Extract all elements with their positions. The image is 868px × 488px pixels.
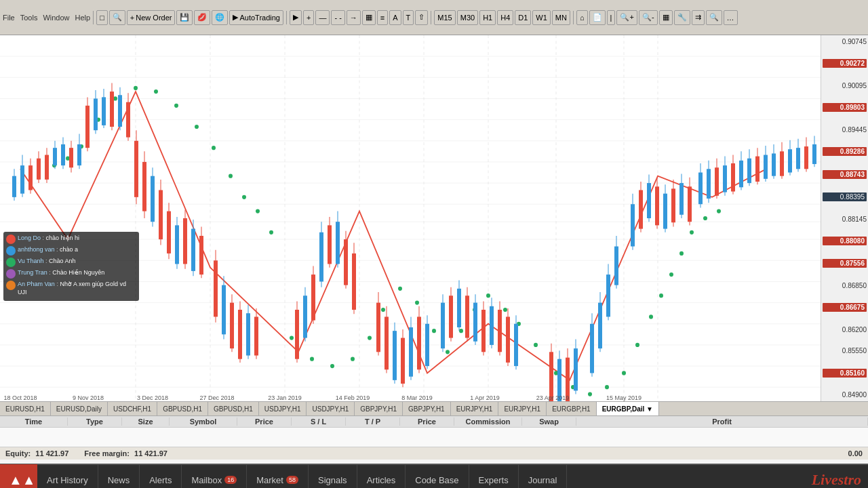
orders-empty — [0, 428, 868, 447]
sym-tab-gbpjpy-h1b[interactable]: GBPJPY,H1 — [403, 402, 451, 415]
chat-message: anhthong van : chào a — [6, 246, 136, 256]
search-button[interactable]: 🔍 — [706, 10, 722, 25]
col-size: Size — [122, 418, 170, 426]
sym-tab-gbpusd-h1b[interactable]: GBPUSD,H1 — [208, 402, 259, 415]
more-button[interactable]: … — [724, 10, 738, 25]
grid-tool[interactable]: ▦ — [362, 10, 376, 25]
sym-tab-usdjpy-h1[interactable]: USDJPY,H1 — [259, 402, 307, 415]
tab-signals[interactable]: Signals — [309, 465, 357, 488]
channel-tool[interactable]: ≡ — [377, 10, 388, 25]
tab-codebase[interactable]: Code Base — [406, 465, 469, 488]
tab-alerts[interactable]: Alerts — [140, 465, 182, 488]
chat-message: An Pham Van : Nhờ A xem giúp Gold vd UJI — [6, 281, 136, 296]
new-order-button[interactable]: + New Order — [127, 10, 176, 25]
sym-tab-eurjpy-h1b[interactable]: EURJPY,H1 — [498, 402, 547, 415]
period-sep-button[interactable]: | — [607, 10, 616, 25]
tab-experts[interactable]: Experts — [469, 465, 519, 488]
tf-d1[interactable]: D1 — [515, 10, 531, 25]
price-level: 0.90745 — [823, 38, 867, 45]
tab-articles[interactable]: Articles — [357, 465, 406, 488]
price-chart[interactable]: 18 Oct 2018 9 Nov 2018 3 Dec 2018 27 Dec… — [0, 35, 821, 401]
svg-point-45 — [368, 336, 372, 340]
logo-icon: ▲▲ — [0, 464, 37, 488]
menu-file[interactable]: File — [3, 14, 15, 22]
arrow-tool[interactable]: ⇧ — [415, 10, 428, 25]
mail-button[interactable]: 💋 — [194, 10, 210, 25]
price-level: 0.89445 — [823, 126, 867, 134]
properties-button[interactable]: 🔧 — [674, 10, 690, 25]
sym-tab-eurusd-h1[interactable]: EURUSD,H1 — [0, 402, 51, 415]
avatar — [6, 269, 16, 279]
globe-button[interactable]: 🌐 — [212, 10, 228, 25]
price-level: 0.86200 — [823, 326, 867, 333]
price-level: 0.86850 — [823, 282, 867, 289]
tf-w1[interactable]: W1 — [532, 10, 551, 25]
col-price: Price — [237, 418, 292, 426]
sym-tab-usdchf[interactable]: USDCHF,H1 — [108, 402, 157, 415]
svg-text:14 Feb 2019: 14 Feb 2019 — [336, 394, 370, 401]
tf-m30[interactable]: M30 — [457, 10, 478, 25]
svg-point-54 — [503, 308, 507, 312]
template-button[interactable]: 📄 — [589, 10, 606, 25]
sym-tab-eurgbp-h1[interactable]: EURGBP,H1 — [547, 402, 597, 415]
sym-tab-eurgbp-daily[interactable]: EURGBP,Dail ▼ — [597, 402, 659, 415]
price-level: 0.88145 — [823, 216, 867, 223]
crosshair-tool[interactable]: + — [303, 10, 314, 25]
col-type: Type — [68, 418, 122, 426]
avatar — [6, 281, 16, 290]
equity-label: Equity: — [5, 449, 31, 458]
svg-point-37 — [229, 174, 233, 178]
zoom-fit-button[interactable]: 🔍 — [109, 10, 125, 25]
price-level-red: 0.86675 — [823, 303, 867, 312]
sym-tab-gbpusd-h1[interactable]: GBPUSD,H1 — [157, 402, 208, 415]
svg-point-44 — [351, 357, 355, 361]
tab-mailbox[interactable]: Mailbox 16 — [182, 465, 247, 488]
label-tool[interactable]: T — [403, 10, 414, 25]
chart-type-button[interactable]: ▦ — [659, 10, 673, 25]
ray-tool[interactable]: → — [347, 10, 361, 25]
price-level: 0.84900 — [823, 391, 867, 399]
sym-tab-usdjpy-h1b[interactable]: USDJPY,H1 — [307, 402, 355, 415]
menu-help[interactable]: Help — [75, 14, 91, 22]
tf-m15[interactable]: M15 — [434, 10, 455, 25]
history-button[interactable]: 💾 — [176, 10, 193, 25]
col-commission: Commission — [454, 418, 522, 426]
menu-window[interactable]: Window — [43, 14, 69, 22]
dash-tool[interactable]: - - — [331, 10, 344, 25]
svg-text:18 Oct 2018: 18 Oct 2018 — [4, 394, 37, 401]
tf-h1[interactable]: H1 — [479, 10, 496, 25]
indicator-button[interactable]: ⌂ — [576, 10, 588, 25]
svg-point-40 — [269, 230, 273, 235]
zoom-in-button[interactable]: 🔍+ — [616, 10, 637, 25]
text-tool[interactable]: A — [389, 10, 401, 25]
tab-journal[interactable]: Journal — [519, 465, 568, 488]
zoom-out-button[interactable]: 🔍- — [639, 10, 658, 25]
auto-scroll-button[interactable]: ⇉ — [692, 10, 705, 25]
col-symbol: Symbol — [170, 418, 237, 426]
sym-tab-eurusd-daily[interactable]: EURUSD,Daily — [51, 402, 108, 415]
tab-art-history[interactable]: Art History — [37, 465, 98, 488]
free-margin-label: Free margin: — [84, 449, 130, 458]
tab-market[interactable]: Market 58 — [247, 465, 309, 488]
svg-point-63 — [649, 314, 653, 319]
chat-message: Trung Tran : Chào Hiền Nguyên — [6, 269, 136, 279]
col-tp: T / P — [346, 418, 400, 426]
svg-point-50 — [446, 350, 450, 354]
line-tool[interactable]: ― — [315, 10, 330, 25]
cursor-tool[interactable]: ▶ — [290, 10, 302, 25]
chart-new-button[interactable]: □ — [96, 10, 108, 25]
menu-tools[interactable]: Tools — [20, 14, 38, 22]
equity-info: Equity: 11 421.97 Free margin: 11 421.97 — [5, 449, 167, 458]
price-level-red: 0.89286 — [823, 147, 867, 156]
autotrading-button[interactable]: ▶ AutoTrading — [229, 10, 283, 25]
chart-container[interactable]: 338 0.88395 — [0, 35, 868, 401]
tf-h4[interactable]: H4 — [497, 10, 513, 25]
sym-tab-gbpjpy-h1[interactable]: GBPJPY,H1 — [355, 402, 403, 415]
price-level-red: 0.88743 — [823, 170, 867, 179]
tf-mn[interactable]: MN — [552, 10, 570, 25]
sym-tab-eurjpy-h1[interactable]: EURJPY,H1 — [451, 402, 499, 415]
chat-overlay: Long Do : chào hiện hi anhthong van : ch… — [3, 232, 139, 301]
equity-value: 11 421.97 — [35, 449, 68, 458]
tab-news[interactable]: News — [98, 465, 140, 488]
svg-point-47 — [398, 287, 402, 291]
